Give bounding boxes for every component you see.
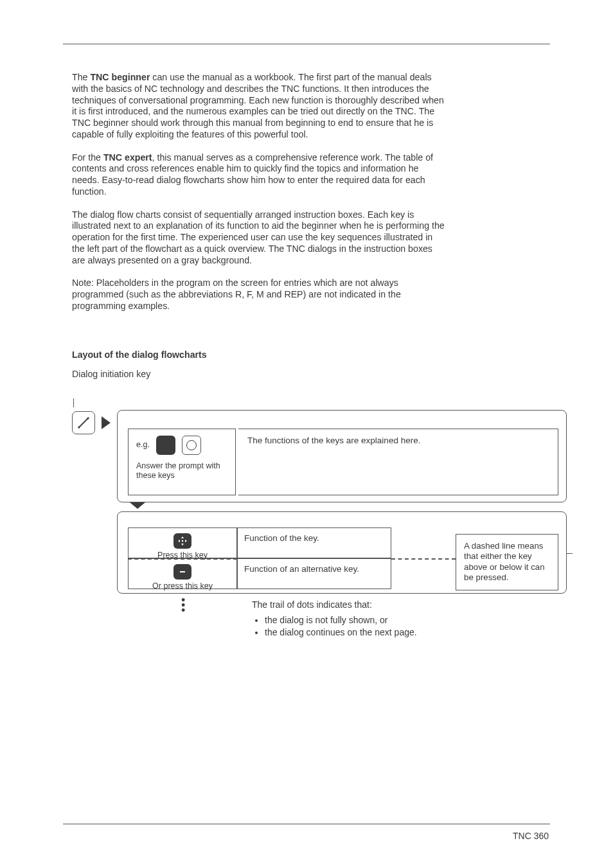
trail-heading: The trail of dots indicates that: (252, 599, 417, 611)
box2-press-cell: Press this key (128, 527, 237, 558)
box1-explain: The functions of the keys are explained … (247, 436, 420, 445)
paragraph-beginner: The TNC beginner can use the manual as a… (72, 72, 445, 141)
box2-fn-cell: Function of the key. (237, 527, 391, 558)
page-content: The TNC beginner can use the manual as a… (72, 72, 549, 651)
minus-key-icon (173, 564, 191, 580)
dashed-note-box: A dashed line means that either the key … (456, 534, 558, 590)
footer-label: TNC 360 (513, 831, 549, 841)
dashed-line-left (128, 558, 237, 560)
dialog-box-1: e.g. Answer the prompt with these keys T… (117, 410, 567, 502)
dialog-init-tick (73, 398, 74, 407)
svg-marker-5 (178, 540, 180, 542)
svg-line-0 (78, 418, 89, 428)
box1-right: The functions of the keys are explained … (238, 429, 558, 495)
circle-key-icon (182, 436, 201, 455)
dashed-line-right (391, 558, 456, 560)
svg-rect-8 (180, 571, 185, 572)
p1-bold: TNC beginner (90, 72, 150, 82)
angled-line-icon (76, 416, 91, 430)
svg-point-2 (87, 417, 89, 419)
dialog-box-2: Press this key Function of the key. Or p… (117, 511, 567, 594)
note-right-tick (566, 553, 573, 554)
trail-dots-icon: ••• (181, 598, 185, 613)
dialog-init-key (72, 411, 95, 434)
orpress-label: Or press this key (152, 581, 213, 590)
box2-fnalt-cell: Function of an alternative key. (237, 558, 391, 589)
section-heading: Layout of the dialog flowcharts (72, 350, 549, 360)
trail-bullet-2: the dialog continues on the next page. (265, 626, 417, 639)
paragraph-flowcharts: The dialog flow charts consist of sequen… (72, 209, 445, 267)
svg-marker-3 (181, 536, 184, 538)
fn-label: Function of the key. (244, 533, 319, 543)
trail-bullet-1: the dialog is not fully shown, or (265, 614, 417, 626)
box1-left: e.g. Answer the prompt with these keys (128, 429, 236, 495)
dialog-init-label: Dialog initiation key (72, 369, 549, 379)
answer-prompt-label: Answer the prompt with these keys (136, 461, 227, 481)
eg-label: e.g. (136, 440, 150, 450)
svg-point-1 (78, 426, 80, 428)
flowchart: e.g. Answer the prompt with these keys T… (72, 382, 560, 651)
p2-bold: TNC expert (103, 152, 152, 163)
box2-orpress-cell: Or press this key (128, 558, 237, 589)
pointer-right-icon (102, 416, 111, 429)
solid-square-key-icon (156, 436, 175, 455)
move-key-icon (173, 533, 191, 549)
svg-point-7 (182, 540, 184, 542)
p1-pre: The (72, 72, 90, 82)
arrow-down-icon (130, 502, 145, 509)
rule-bottom (63, 824, 550, 824)
paragraph-note: Note: Placeholders in the program on the… (72, 278, 445, 312)
fnalt-label: Function of an alternative key. (244, 564, 359, 574)
svg-marker-6 (185, 540, 187, 542)
p2-pre: For the (72, 152, 103, 163)
paragraph-expert: For the TNC expert, this manual serves a… (72, 152, 445, 198)
svg-marker-4 (181, 544, 184, 545)
trail-text: The trail of dots indicates that: the di… (252, 599, 417, 639)
dashed-note-text: A dashed line means that either the key … (464, 541, 545, 583)
rule-top (63, 44, 550, 44)
